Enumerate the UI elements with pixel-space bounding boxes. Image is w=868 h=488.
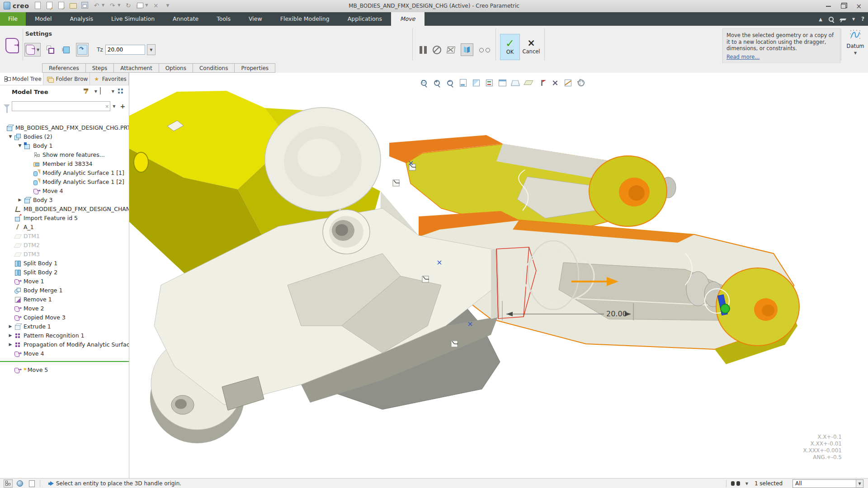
spin-center-button[interactable] xyxy=(549,77,561,88)
chevron-down-icon[interactable]: ▼ xyxy=(745,482,748,486)
tree-item[interactable]: Move 4 xyxy=(0,349,129,358)
attached-preview-button[interactable] xyxy=(461,43,473,56)
tree-item[interactable]: Copied Move 3 xyxy=(0,313,129,322)
tree-item[interactable]: ▶Body 3 xyxy=(0,195,129,204)
chevron-down-icon[interactable]: ▼ xyxy=(852,17,855,21)
dashboard-tab-properties[interactable]: Properties xyxy=(235,63,275,73)
tab-analysis[interactable]: Analysis xyxy=(61,12,102,26)
new-body-button[interactable] xyxy=(61,43,71,56)
tab-flexible-modeling[interactable]: Flexible Modeling xyxy=(271,12,339,26)
model-upper-arm[interactable] xyxy=(389,135,676,229)
tree-item[interactable]: Import Feature id 5 xyxy=(0,213,129,222)
tree-item[interactable]: Show more features... xyxy=(0,150,129,159)
ok-button[interactable]: ✓ OK xyxy=(500,34,520,60)
minimize-icon[interactable] xyxy=(826,6,831,7)
expand-icon[interactable]: ▶ xyxy=(6,342,14,347)
chevron-down-icon[interactable]: ▼ xyxy=(113,104,115,108)
panel-tab-model-tree[interactable]: Model Tree xyxy=(0,73,43,85)
tree-item[interactable]: Modify Analytic Surface 1 [1] xyxy=(0,168,129,177)
cancel-button[interactable]: × Cancel xyxy=(521,34,542,59)
saved-orientations-button[interactable] xyxy=(483,77,495,88)
tree-item[interactable]: DTM2 xyxy=(0,240,129,249)
panel-tab-folder-brow[interactable]: Folder Brow xyxy=(43,73,90,85)
tab-annotate[interactable]: Annotate xyxy=(164,12,208,26)
clear-filter-icon[interactable]: × xyxy=(105,103,109,109)
panel-tab-favorites[interactable]: ★Favorites xyxy=(90,73,129,85)
tree-item[interactable]: Split Body 2 xyxy=(0,267,129,277)
collapse-icon[interactable]: ▼ xyxy=(6,134,14,139)
dashboard-tab-options[interactable]: Options xyxy=(159,63,193,73)
model-cylinder-boss[interactable] xyxy=(265,108,381,211)
expand-icon[interactable]: ▶ xyxy=(6,324,14,328)
zoom-in-button[interactable]: + xyxy=(431,77,443,88)
toggle-navigator-icon[interactable] xyxy=(4,479,13,488)
dimension-value[interactable]: 20.00 xyxy=(606,310,627,318)
learning-center-icon[interactable] xyxy=(840,19,846,20)
tree-item[interactable]: ▼Body 1 xyxy=(0,141,129,150)
browser-icon[interactable] xyxy=(16,480,24,487)
tree-item[interactable]: Split Body 1 xyxy=(0,258,129,267)
chevron-down-icon[interactable]: ▼ xyxy=(94,89,97,94)
selection-filter-combo[interactable]: All ▼ xyxy=(793,479,863,488)
tree-item[interactable]: A_1 xyxy=(0,222,129,231)
collapse-icon[interactable]: ▼ xyxy=(16,143,24,148)
tree-item[interactable]: DTM1 xyxy=(0,231,129,240)
tree-columns-icon[interactable] xyxy=(100,87,101,94)
tree-item[interactable]: Member id 38334 xyxy=(0,159,129,168)
repaint-button[interactable] xyxy=(457,77,469,88)
add-filter-icon[interactable]: + xyxy=(120,103,125,110)
tree-item[interactable]: ▼Bodies (2) xyxy=(0,132,129,141)
dashboard-tab-conditions[interactable]: Conditions xyxy=(193,63,235,73)
tab-model[interactable]: Model xyxy=(26,12,61,26)
perspective-button[interactable] xyxy=(509,77,521,88)
tree-item[interactable]: Move 1 xyxy=(0,277,129,286)
chevron-down-icon[interactable]: ▼ xyxy=(37,48,39,52)
attach-geometry-button[interactable] xyxy=(76,43,89,56)
tree-item[interactable]: DTM3 xyxy=(0,249,129,258)
copy-geometry-button[interactable] xyxy=(45,43,56,56)
expand-icon[interactable]: ▶ xyxy=(6,333,14,338)
find-icon[interactable] xyxy=(731,481,740,486)
dashboard-tab-attachment[interactable]: Attachment xyxy=(114,63,159,73)
tree-item[interactable]: MB_BODIES_AND_FMX_DESIGN_CHANGE xyxy=(0,204,129,213)
tz-dropdown-button[interactable]: ▼ xyxy=(147,44,156,55)
new-window-icon[interactable] xyxy=(28,480,36,487)
insert-here-indicator[interactable] xyxy=(0,358,129,365)
close-icon[interactable]: × xyxy=(856,2,862,10)
search-icon[interactable] xyxy=(829,17,834,22)
move-feature-button[interactable] xyxy=(4,36,21,56)
tree-filter-input[interactable] xyxy=(12,101,110,111)
tab-file[interactable]: File xyxy=(0,12,26,26)
tree-item[interactable]: ▶Pattern Recognition 1 xyxy=(0,331,129,340)
tab-applications[interactable]: Applications xyxy=(339,12,391,26)
tree-item[interactable]: MB_BODIES_AND_FMX_DESIGN_CHG.PRT xyxy=(0,123,129,132)
restore-icon[interactable] xyxy=(841,4,846,9)
datum-display-button[interactable] xyxy=(523,77,534,88)
refit-button[interactable]: □ xyxy=(418,77,429,88)
tree-item[interactable]: ▶Extrude 1 xyxy=(0,322,129,331)
tree-item[interactable]: Move 2 xyxy=(0,304,129,313)
move-type-button[interactable]: ▼ xyxy=(24,43,41,56)
zoom-out-button[interactable]: − xyxy=(444,77,456,88)
tree-settings-icon[interactable] xyxy=(117,88,124,95)
pause-icon[interactable] xyxy=(420,46,427,54)
tree-item[interactable]: ▶Propagation of Modify Analytic Surface … xyxy=(0,340,129,349)
annotation-display-button[interactable] xyxy=(536,77,547,88)
tab-live-simulation[interactable]: Live Simulation xyxy=(102,12,164,26)
read-more-link[interactable]: Read more... xyxy=(726,54,760,61)
tree-item[interactable]: Modify Analytic Surface 1 [2] xyxy=(0,177,129,186)
tree-item[interactable]: Remove 1 xyxy=(0,295,129,304)
filter-funnel-icon[interactable] xyxy=(4,104,10,108)
clipping-button[interactable] xyxy=(562,77,574,88)
tab-move[interactable]: Move xyxy=(391,12,425,26)
feature-preview-icon[interactable] xyxy=(479,48,490,53)
3d-viewport[interactable]: □+− xyxy=(129,73,868,478)
datum-group-button[interactable]: Datum ▼ xyxy=(844,29,866,55)
tz-input[interactable] xyxy=(105,45,145,55)
tab-view[interactable]: View xyxy=(240,12,271,26)
display-style-button[interactable] xyxy=(470,77,482,88)
chevron-down-icon[interactable]: ▼ xyxy=(112,89,114,94)
dashboard-tab-steps[interactable]: Steps xyxy=(86,63,114,73)
no-preview-icon[interactable] xyxy=(433,46,441,54)
minimize-ribbon-icon[interactable]: ▲ xyxy=(819,17,822,22)
